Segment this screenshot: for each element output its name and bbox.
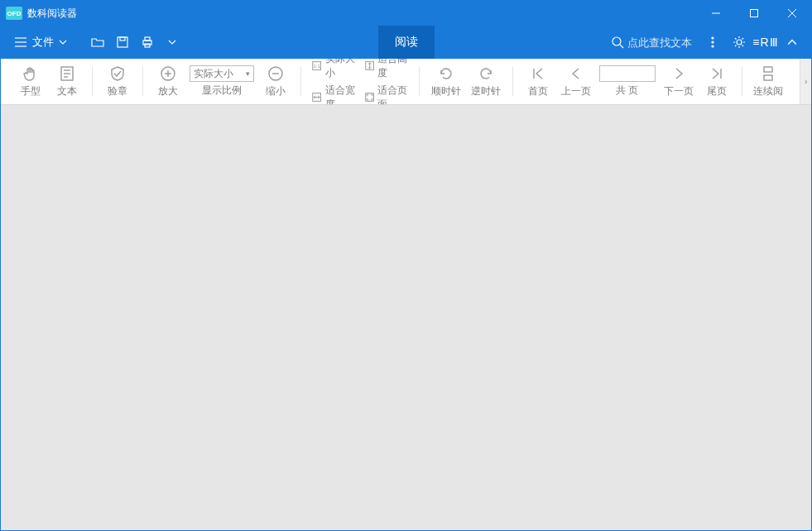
fit-page-label: 适合页面 — [377, 84, 407, 105]
search-box[interactable] — [608, 34, 697, 50]
zoom-out-label: 缩小 — [266, 84, 286, 98]
last-page-button[interactable]: 尾页 — [699, 62, 735, 101]
layout-mode-label: ≡RⅢ — [752, 36, 778, 49]
ribbon-toolbar: 手型 文本 验章 — [1, 59, 811, 105]
zoom-out-button[interactable]: 缩小 — [257, 62, 294, 101]
next-page-label: 下一页 — [664, 84, 694, 98]
prev-page-label: 上一页 — [561, 84, 591, 98]
continuous-icon — [760, 65, 776, 82]
zoom-select-value: 实际大小 — [194, 67, 233, 81]
prev-page-icon — [568, 65, 584, 82]
text-tool-button[interactable]: 文本 — [49, 62, 85, 101]
file-menu-button[interactable]: 文件 — [9, 31, 72, 53]
zoom-select-label: 显示比例 — [202, 84, 242, 98]
gear-icon — [733, 36, 746, 49]
search-icon — [611, 36, 624, 49]
hand-tool-button[interactable]: 手型 — [12, 62, 49, 101]
chevron-down-small-icon — [168, 38, 176, 46]
close-button[interactable] — [773, 1, 811, 26]
tab-read-label: 阅读 — [395, 35, 418, 50]
app-window: OFD 数科阅读器 文件 — [0, 0, 812, 531]
svg-rect-11 — [145, 44, 150, 47]
caret-down-icon: ▾ — [246, 69, 250, 78]
first-page-icon — [530, 65, 546, 82]
next-page-icon — [670, 65, 687, 82]
svg-point-17 — [737, 40, 742, 45]
close-icon — [788, 9, 796, 17]
settings-button[interactable] — [728, 31, 750, 53]
print-button[interactable] — [137, 31, 158, 53]
menu-icon — [14, 36, 27, 49]
more-quick-button[interactable] — [161, 31, 183, 53]
fit-height-icon — [365, 60, 374, 72]
rotate-cw-icon — [438, 65, 454, 82]
fit-actual-button[interactable]: 1:1 实际大小 — [310, 59, 356, 81]
fit-page-icon — [365, 91, 374, 103]
prev-page-button[interactable]: 上一页 — [556, 62, 596, 101]
fit-actual-label: 实际大小 — [325, 59, 355, 80]
svg-point-12 — [613, 37, 621, 45]
svg-point-15 — [712, 41, 714, 43]
chevron-up-icon — [787, 37, 797, 47]
zoom-in-button[interactable]: 放大 — [150, 62, 186, 101]
page-total-label: 共 页 — [616, 84, 638, 98]
verify-seal-button[interactable]: 验章 — [99, 62, 136, 101]
minimize-icon — [712, 9, 720, 17]
svg-point-14 — [712, 37, 714, 39]
fit-page-button[interactable]: 适合页面 — [363, 83, 409, 105]
folder-open-icon — [91, 36, 104, 49]
page-number-input[interactable] — [599, 65, 656, 82]
fit-width-label: 适合宽度 — [325, 84, 355, 105]
titlebar: OFD 数科阅读器 — [1, 1, 811, 26]
tab-read[interactable]: 阅读 — [378, 26, 435, 59]
save-button[interactable] — [112, 31, 133, 53]
zoom-select[interactable]: 实际大小 ▾ — [190, 65, 254, 82]
zoom-in-label: 放大 — [158, 84, 178, 98]
next-page-button[interactable]: 下一页 — [659, 62, 699, 101]
hand-icon — [22, 65, 39, 82]
print-icon — [141, 36, 154, 49]
open-button[interactable] — [87, 31, 108, 53]
rotate-cw-label: 顺时针 — [431, 84, 461, 98]
text-select-icon — [59, 65, 75, 82]
minimize-button[interactable] — [697, 1, 735, 26]
fit-width-button[interactable]: 适合宽度 — [310, 83, 356, 105]
continuous-read-label: 连续阅 — [753, 84, 783, 98]
first-page-button[interactable]: 首页 — [520, 62, 556, 101]
maximize-button[interactable] — [735, 1, 773, 26]
document-viewport[interactable] — [1, 105, 811, 530]
shield-check-icon — [109, 65, 126, 82]
toolbar-scroll-right[interactable]: › — [800, 59, 811, 104]
save-icon — [116, 36, 129, 49]
rotate-cw-button[interactable]: 顺时针 — [426, 62, 466, 101]
last-page-label: 尾页 — [707, 84, 727, 98]
continuous-read-button[interactable]: 连续阅 — [748, 62, 788, 101]
fit-height-label: 适合高度 — [377, 59, 407, 80]
app-title: 数科阅读器 — [27, 7, 77, 21]
rotate-ccw-icon — [478, 65, 494, 82]
search-input[interactable] — [627, 36, 694, 49]
verify-seal-label: 验章 — [108, 84, 127, 98]
svg-point-16 — [712, 45, 714, 47]
zoom-out-icon — [267, 65, 284, 82]
svg-rect-37 — [764, 75, 772, 80]
chevron-right-icon: › — [805, 77, 807, 86]
collapse-ribbon-button[interactable] — [781, 31, 803, 53]
chevron-down-icon — [59, 38, 67, 46]
zoom-in-icon — [160, 65, 176, 82]
layout-mode-button[interactable]: ≡RⅢ — [755, 31, 776, 53]
svg-line-13 — [620, 45, 623, 48]
text-tool-label: 文本 — [57, 84, 77, 98]
first-page-label: 首页 — [528, 84, 548, 98]
file-menu-label: 文件 — [32, 35, 54, 50]
app-logo-icon: OFD — [6, 7, 22, 20]
fit-actual-icon: 1:1 — [312, 60, 321, 72]
svg-rect-1 — [751, 10, 758, 17]
fit-height-button[interactable]: 适合高度 — [363, 59, 409, 81]
svg-text:1:1: 1:1 — [314, 64, 321, 69]
svg-rect-7 — [118, 37, 127, 47]
fit-width-icon — [312, 91, 321, 103]
rotate-ccw-button[interactable]: 逆时针 — [466, 62, 506, 101]
more-menu-button[interactable] — [702, 31, 723, 53]
menubar: 文件 阅读 — [1, 26, 811, 59]
